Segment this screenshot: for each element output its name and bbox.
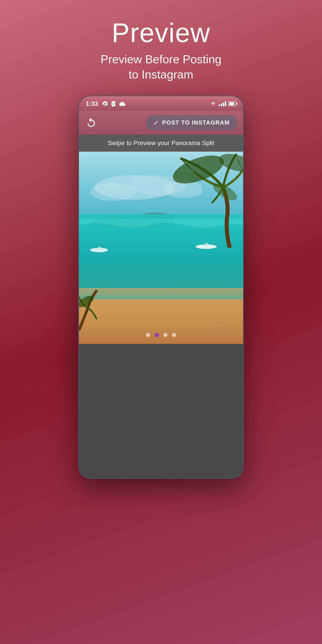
post-button-label: POST TO INSTAGRAM (162, 119, 230, 126)
app-toolbar: ✓ POST TO INSTAGRAM (79, 111, 243, 134)
battery-icon (228, 102, 236, 106)
boat-left-icon (89, 244, 109, 252)
palm-bottom-left-icon (79, 286, 106, 330)
gear-icon (102, 100, 108, 107)
palm-top-right-icon (158, 152, 243, 248)
dot-1[interactable] (146, 333, 150, 337)
phone-frame: 1:33 (78, 96, 244, 479)
dot-3[interactable] (164, 333, 168, 337)
image-area[interactable] (79, 152, 243, 344)
dot-2-active[interactable] (154, 333, 159, 337)
back-arrow-icon (86, 117, 97, 128)
cloud-icon (119, 100, 126, 107)
swipe-banner: Swipe to Preview your Panorama Split (79, 134, 243, 152)
checkmark-icon: ✓ (154, 119, 159, 126)
status-bar: 1:33 (79, 96, 243, 111)
sim-icon (110, 100, 116, 107)
status-icons (102, 100, 126, 107)
app-subtitle: Preview Before Posting to Instagram (100, 52, 222, 82)
svg-point-2 (90, 183, 135, 201)
back-button[interactable] (84, 116, 98, 130)
app-title: Preview (100, 18, 222, 48)
swipe-text: Swipe to Preview your Panorama Split (108, 140, 214, 146)
post-to-instagram-button[interactable]: ✓ POST TO INSTAGRAM (146, 115, 238, 130)
signal-bars (219, 101, 226, 106)
dot-4[interactable] (172, 333, 176, 337)
dots-indicator (79, 333, 243, 337)
status-right (210, 101, 236, 106)
boat-right-icon (194, 241, 218, 249)
status-time: 1:33 (86, 100, 98, 107)
wifi-icon (210, 101, 216, 106)
status-left: 1:33 (86, 100, 126, 107)
header-section: Preview Preview Before Posting to Instag… (100, 0, 222, 82)
bottom-area (79, 344, 243, 478)
